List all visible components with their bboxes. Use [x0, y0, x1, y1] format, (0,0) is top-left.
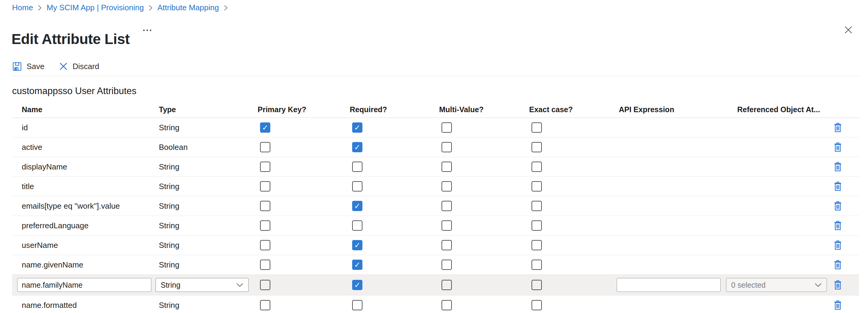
- column-header-api-expression: API Expression: [619, 105, 737, 114]
- delete-row-button[interactable]: [834, 300, 842, 310]
- type-select[interactable]: String: [156, 278, 249, 292]
- save-label: Save: [27, 62, 44, 71]
- chevron-down-icon: [814, 283, 822, 287]
- required-checkbox[interactable]: ✓: [352, 123, 363, 133]
- attribute-type: String: [159, 221, 258, 231]
- breadcrumb: Home My SCIM App | Provisioning Attribut…: [12, 3, 228, 12]
- trash-icon: [834, 240, 842, 250]
- attribute-name: active: [22, 143, 159, 152]
- required-checkbox[interactable]: ✓: [352, 201, 363, 211]
- exact-case-checkbox[interactable]: [532, 201, 542, 211]
- multi-value-checkbox[interactable]: [441, 142, 452, 152]
- delete-row-button[interactable]: [834, 240, 842, 250]
- exact-case-checkbox[interactable]: [532, 123, 542, 133]
- multi-value-checkbox[interactable]: [441, 259, 452, 270]
- attribute-name: userName: [22, 241, 159, 250]
- primary-key-checkbox[interactable]: [260, 142, 270, 152]
- page-title: Edit Attribute List: [11, 31, 130, 47]
- column-header-type: Type: [159, 105, 258, 114]
- attribute-name: emails[type eq "work"].value: [22, 201, 159, 211]
- attribute-type: String: [159, 201, 258, 211]
- exact-case-checkbox[interactable]: [532, 181, 542, 192]
- multi-value-checkbox[interactable]: [441, 240, 452, 250]
- attribute-name-input[interactable]: [17, 278, 151, 292]
- primary-key-checkbox[interactable]: [260, 300, 270, 310]
- delete-row-button[interactable]: [834, 201, 842, 211]
- delete-row-button[interactable]: [834, 142, 842, 152]
- primary-key-checkbox[interactable]: [260, 162, 270, 172]
- close-button[interactable]: [844, 25, 853, 34]
- attribute-type: String: [159, 123, 258, 132]
- more-options-icon[interactable]: [143, 30, 151, 31]
- delete-row-button[interactable]: [834, 181, 842, 192]
- exact-case-checkbox[interactable]: [532, 240, 542, 250]
- attribute-type: Boolean: [159, 143, 258, 152]
- breadcrumb-link-home[interactable]: Home: [12, 3, 33, 12]
- trash-icon: [834, 201, 842, 211]
- attribute-type: String: [159, 162, 258, 172]
- table-row: name.givenNameString✓: [12, 255, 859, 275]
- table-header: Name Type Primary Key? Required? Multi-V…: [12, 101, 859, 118]
- save-button[interactable]: Save: [12, 62, 44, 71]
- section-heading: customappsso User Attributes: [12, 85, 136, 97]
- primary-key-checkbox[interactable]: [260, 240, 270, 250]
- api-expression-input[interactable]: [617, 278, 721, 292]
- breadcrumb-link-provisioning[interactable]: My SCIM App | Provisioning: [46, 3, 144, 12]
- exact-case-checkbox[interactable]: [532, 280, 542, 290]
- column-header-name: Name: [22, 105, 159, 114]
- required-checkbox[interactable]: ✓: [352, 142, 363, 152]
- primary-key-checkbox[interactable]: ✓: [260, 123, 270, 133]
- trash-icon: [834, 300, 842, 310]
- column-header-referenced-object: Referenced Object At...: [737, 105, 831, 114]
- exact-case-checkbox[interactable]: [532, 259, 542, 270]
- multi-value-checkbox[interactable]: [441, 220, 452, 231]
- multi-value-checkbox[interactable]: [441, 123, 452, 133]
- required-checkbox[interactable]: [352, 300, 363, 310]
- primary-key-checkbox[interactable]: [260, 220, 270, 231]
- primary-key-checkbox[interactable]: [260, 181, 270, 192]
- chevron-down-icon: [236, 283, 243, 287]
- table-body: idString✓✓activeBoolean✓displayNameStrin…: [12, 118, 859, 313]
- delete-row-button[interactable]: [834, 162, 842, 172]
- delete-row-button[interactable]: [834, 259, 842, 270]
- required-checkbox[interactable]: [352, 181, 363, 192]
- exact-case-checkbox[interactable]: [532, 162, 542, 172]
- delete-row-button[interactable]: [834, 220, 842, 231]
- discard-icon: [59, 62, 68, 71]
- exact-case-checkbox[interactable]: [532, 300, 542, 310]
- multi-value-checkbox[interactable]: [441, 201, 452, 211]
- attribute-name: name.formatted: [22, 301, 159, 310]
- required-checkbox[interactable]: [352, 220, 363, 231]
- trash-icon: [834, 220, 842, 231]
- required-checkbox[interactable]: ✓: [352, 240, 363, 250]
- required-checkbox[interactable]: ✓: [352, 280, 363, 290]
- multi-value-checkbox[interactable]: [441, 181, 452, 192]
- table-row: displayNameString: [12, 157, 859, 177]
- required-checkbox[interactable]: ✓: [352, 259, 363, 270]
- multi-value-checkbox[interactable]: [441, 300, 452, 310]
- trash-icon: [834, 162, 842, 172]
- exact-case-checkbox[interactable]: [532, 142, 542, 152]
- breadcrumb-link-attribute-mapping[interactable]: Attribute Mapping: [157, 3, 219, 12]
- chevron-right-icon: [224, 4, 228, 11]
- multi-value-checkbox[interactable]: [441, 162, 452, 172]
- exact-case-checkbox[interactable]: [532, 220, 542, 231]
- table-row: activeBoolean✓: [12, 138, 859, 157]
- primary-key-checkbox[interactable]: [260, 259, 270, 270]
- multi-value-checkbox[interactable]: [441, 280, 452, 290]
- discard-button[interactable]: Discard: [59, 62, 99, 71]
- trash-icon: [834, 280, 842, 290]
- delete-row-button[interactable]: [834, 280, 842, 290]
- table-row: name.formattedString: [12, 295, 859, 313]
- delete-row-button[interactable]: [834, 123, 842, 133]
- toolbar: Save Discard: [12, 59, 99, 74]
- trash-icon: [834, 123, 842, 133]
- attribute-type: String: [159, 301, 258, 310]
- trash-icon: [834, 181, 842, 192]
- type-select-value: String: [161, 281, 180, 289]
- primary-key-checkbox[interactable]: [260, 280, 270, 290]
- referenced-object-select[interactable]: 0 selected: [726, 278, 827, 292]
- required-checkbox[interactable]: [352, 162, 363, 172]
- primary-key-checkbox[interactable]: [260, 201, 270, 211]
- attribute-type: String: [159, 182, 258, 191]
